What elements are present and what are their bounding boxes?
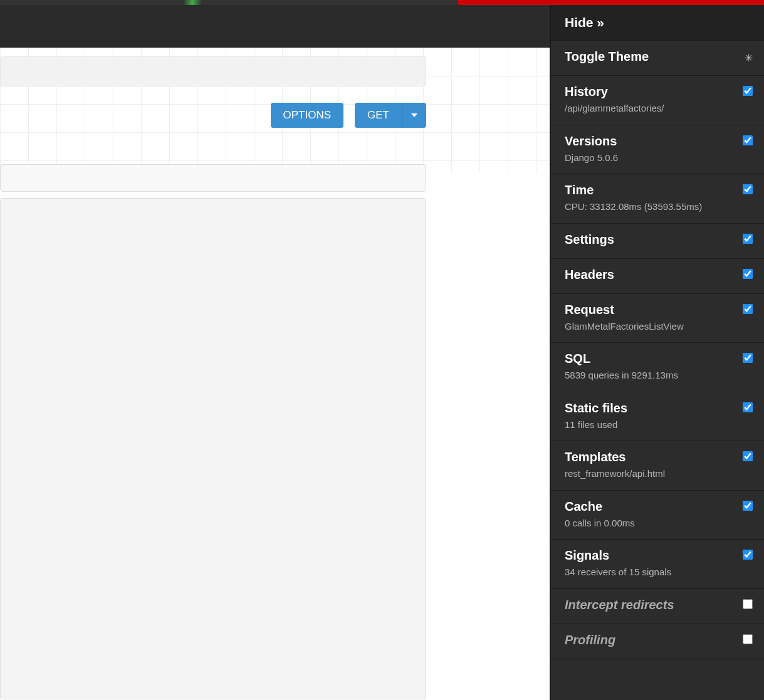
panel-subtitle: 11 files used [565, 418, 750, 432]
panel-title: Static files [565, 401, 750, 415]
main-content: OPTIONS GET [0, 48, 550, 700]
options-button[interactable]: OPTIONS [271, 103, 344, 128]
panel-title: Signals [565, 548, 750, 563]
panel-subtitle: GlamMetalFactoriesListView [565, 320, 750, 334]
response-header-panel [0, 164, 426, 192]
debug-panel-headers[interactable]: Headers [551, 259, 764, 294]
get-button[interactable]: GET [355, 103, 402, 128]
debug-panel-sql[interactable]: SQL5839 queries in 9291.13ms [551, 343, 764, 392]
panel-toggle-checkbox[interactable] [743, 451, 753, 461]
debug-panel-versions[interactable]: VersionsDjango 5.0.6 [551, 125, 764, 175]
top-red-bar [0, 0, 764, 5]
debug-panel-intercept-redirects[interactable]: Intercept redirects [551, 589, 764, 624]
panel-toggle-checkbox[interactable] [743, 353, 753, 363]
panel-title: Request [565, 303, 750, 317]
panel-title: Time [565, 183, 750, 197]
panel-toggle-checkbox[interactable] [743, 135, 753, 145]
panel-title: Toggle Theme [565, 50, 750, 64]
hide-toolbar-button[interactable]: Hide » [551, 5, 764, 41]
panel-title: Versions [565, 134, 750, 149]
action-buttons: OPTIONS GET [0, 103, 426, 128]
panel-subtitle: 34 receivers of 15 signals [565, 565, 750, 580]
panel-toggle-checkbox[interactable] [743, 184, 753, 194]
panel-title: History [565, 85, 750, 99]
debug-panel-cache[interactable]: Cache0 calls in 0.00ms [551, 491, 764, 540]
debug-panel-history[interactable]: History/api/glammetalfactories/ [551, 76, 764, 125]
panel-subtitle: rest_framework/api.html [565, 467, 750, 481]
get-dropdown-toggle[interactable] [402, 103, 426, 128]
panel-subtitle: CPU: 33132.08ms (53593.55ms) [565, 200, 750, 214]
panel-subtitle: Django 5.0.6 [565, 151, 750, 165]
get-button-group: GET [355, 103, 426, 128]
panel-title: Cache [565, 499, 750, 514]
debug-panel-static-files[interactable]: Static files11 files used [551, 392, 764, 442]
panel-title: Headers [565, 268, 750, 282]
debug-panel-request[interactable]: RequestGlamMetalFactoriesListView [551, 294, 764, 343]
panel-toggle-checkbox[interactable] [743, 269, 753, 279]
panel-title: SQL [565, 352, 750, 366]
panel-subtitle: 0 calls in 0.00ms [565, 516, 750, 531]
panel-toggle-checkbox[interactable] [743, 599, 753, 609]
panel-toggle-checkbox[interactable] [743, 634, 753, 644]
debug-panel-templates[interactable]: Templatesrest_framework/api.html [551, 441, 764, 491]
filter-input[interactable] [0, 56, 426, 86]
panel-title: Templates [565, 450, 750, 464]
panel-subtitle: /api/glammetalfactories/ [565, 102, 750, 116]
panel-title: Profiling [565, 633, 750, 647]
django-debug-toolbar: Hide » Toggle Theme✳History/api/glammeta… [550, 5, 764, 700]
theme-toggle-icon: ✳ [745, 52, 753, 64]
top-bar-accent [0, 0, 458, 5]
panel-toggle-checkbox[interactable] [743, 86, 753, 96]
panel-toggle-checkbox[interactable] [743, 304, 753, 314]
debug-panel-settings[interactable]: Settings [551, 224, 764, 259]
panel-title: Intercept redirects [565, 598, 750, 612]
panel-toggle-checkbox[interactable] [743, 402, 753, 412]
debug-panel-signals[interactable]: Signals34 receivers of 15 signals [551, 540, 764, 589]
response-body-panel [0, 198, 426, 699]
debug-panel-profiling[interactable]: Profiling [551, 624, 764, 659]
panel-subtitle: 5839 queries in 9291.13ms [565, 368, 750, 383]
debug-panel-toggle-theme[interactable]: Toggle Theme✳ [551, 41, 764, 76]
panel-toggle-checkbox[interactable] [743, 550, 753, 560]
debug-panel-time[interactable]: TimeCPU: 33132.08ms (53593.55ms) [551, 174, 764, 224]
panel-title: Settings [565, 232, 750, 247]
caret-down-icon [411, 113, 417, 117]
panel-toggle-checkbox[interactable] [743, 501, 753, 511]
panel-toggle-checkbox[interactable] [743, 234, 753, 244]
